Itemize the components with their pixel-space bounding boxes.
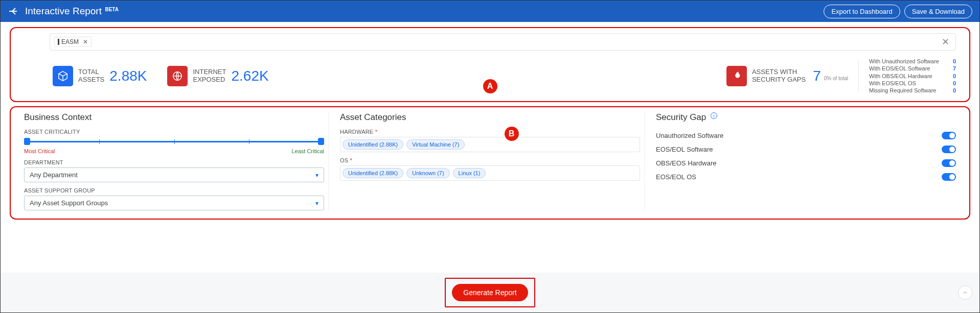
flame-icon	[726, 66, 747, 86]
toggle-switch[interactable]	[942, 132, 956, 139]
stat-internet-exposed: INTERNETEXPOSED 2.62K	[167, 66, 268, 86]
asset-support-group-select[interactable]: Any Asset Support Groups ▾	[24, 196, 324, 210]
os-chip-row[interactable]: Unidentified (2.88K) Unknown (7) Linux (…	[340, 165, 640, 181]
hardware-chip[interactable]: Virtual Machine (7)	[406, 139, 465, 150]
info-icon[interactable]: i	[711, 112, 717, 119]
hardware-chip-row[interactable]: Unidentified (2.88K) Virtual Machine (7)	[340, 137, 640, 152]
back-arrow-icon[interactable]	[8, 5, 20, 17]
filter-chip-label: EASM	[61, 38, 79, 45]
os-chip[interactable]: Linux (1)	[453, 168, 486, 178]
business-context-column: Business Context ASSET CRITICALITY Most …	[20, 112, 328, 210]
toggle-switch[interactable]	[942, 146, 956, 153]
summary-panel: EASM ✕ ✕ TOTALASSETS 2.88K INTERNETEXPOS…	[10, 27, 970, 102]
total-assets-value: 2.88K	[109, 68, 147, 84]
filter-chip-easm[interactable]: EASM ✕	[54, 37, 92, 47]
hardware-label: HARDWARE	[340, 129, 373, 135]
chevron-down-icon: ▾	[315, 172, 318, 179]
app-header: Interactive Report BETA Export to Dashbo…	[1, 1, 979, 22]
asset-categories-title: Asset Categories	[340, 112, 640, 123]
slider-handle-right[interactable]	[318, 138, 324, 145]
most-critical-label: Most Critical	[24, 148, 55, 154]
save-and-download-button[interactable]: Save & Download	[904, 5, 972, 18]
annotation-badge-a: A	[483, 79, 497, 93]
internet-exposed-value: 2.62K	[231, 68, 268, 84]
asset-categories-column: Asset Categories HARDWARE * Unidentified…	[328, 112, 644, 210]
toggle-eos-eol-os: EOS/EOL OS	[656, 170, 956, 184]
config-panel: Business Context ASSET CRITICALITY Most …	[10, 106, 970, 220]
security-gaps-value: 7	[813, 68, 821, 84]
security-gaps-pct: 0% of total	[824, 70, 848, 81]
security-gap-title: Security Gap	[656, 112, 706, 122]
annotation-badge-b: B	[505, 127, 519, 141]
globe-icon	[167, 66, 188, 86]
slider-handle-left[interactable]	[24, 138, 30, 145]
asset-criticality-label: ASSET CRITICALITY	[24, 129, 324, 135]
asset-criticality-slider[interactable]	[24, 137, 324, 146]
footer-bar: Generate Report	[1, 273, 979, 312]
hardware-chip[interactable]: Unidentified (2.88K)	[343, 139, 403, 150]
chip-grip-icon	[58, 39, 59, 45]
toggle-unauthorized-software: Unauthorized Software	[656, 129, 956, 142]
toggle-switch[interactable]	[942, 159, 956, 167]
generate-report-highlight: Generate Report	[445, 278, 535, 307]
stat-security-gaps: ASSETS WITHSECURITY GAPS 7 0% of total W…	[726, 58, 956, 94]
page-title: Interactive Report BETA	[25, 6, 119, 17]
toggle-switch[interactable]	[942, 173, 956, 181]
cube-icon	[53, 66, 73, 86]
clear-filters-icon[interactable]: ✕	[940, 36, 951, 47]
toggle-obs-eos-hardware: OBS/EOS Hardware	[656, 156, 956, 170]
toggle-eos-eol-software: EOS/EOL Software	[656, 142, 956, 156]
generate-report-button[interactable]: Generate Report	[452, 284, 528, 301]
remove-chip-icon[interactable]: ✕	[83, 38, 88, 45]
department-label: DEPARTMENT	[24, 159, 324, 165]
os-chip[interactable]: Unknown (7)	[406, 168, 449, 178]
filter-bar[interactable]: EASM ✕ ✕	[50, 33, 956, 51]
export-to-dashboard-button[interactable]: Export to Dashboard	[824, 5, 900, 18]
stat-total-assets: TOTALASSETS 2.88K	[53, 66, 147, 86]
security-gap-column: Security Gap i Unauthorized Software EOS…	[644, 112, 960, 210]
chevron-down-icon: ▾	[315, 200, 318, 207]
scroll-to-top-button[interactable]	[958, 285, 972, 300]
asset-support-group-label: ASSET SUPPORT GROUP	[24, 187, 324, 194]
department-select[interactable]: Any Department ▾	[24, 167, 324, 182]
security-gaps-breakdown: With Unauthorized Software0 With EOS/EOL…	[869, 58, 956, 94]
os-chip[interactable]: Unidentified (2.88K)	[343, 168, 403, 178]
least-critical-label: Least Critical	[291, 148, 324, 154]
business-context-title: Business Context	[24, 112, 324, 123]
os-label: OS	[340, 157, 348, 163]
